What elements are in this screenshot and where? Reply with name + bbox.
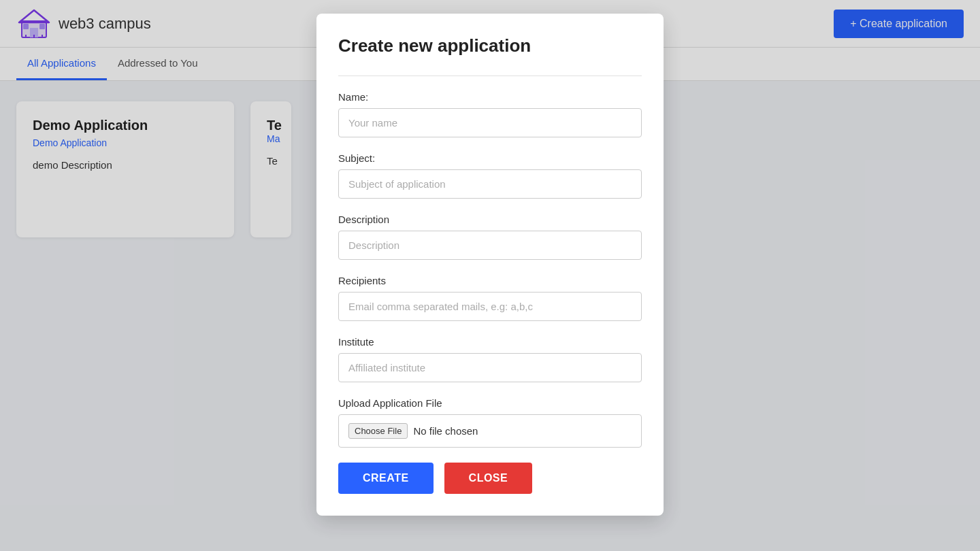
name-input[interactable]	[338, 108, 642, 137]
form-group-recipients: Recipients	[338, 275, 642, 321]
institute-input[interactable]	[338, 353, 642, 382]
form-group-institute: Institute	[338, 336, 642, 382]
form-group-upload: Upload Application File Choose File No f…	[338, 397, 642, 448]
modal-title: Create new application	[338, 35, 642, 56]
file-input-wrapper: Choose File No file chosen	[338, 414, 642, 448]
description-input[interactable]	[338, 231, 642, 260]
modal-create-application: Create new application Name: Subject: De…	[316, 14, 664, 516]
close-button[interactable]: CLOSE	[444, 463, 533, 494]
form-group-description: Description	[338, 214, 642, 260]
recipients-label: Recipients	[338, 275, 642, 286]
modal-divider	[338, 76, 642, 76]
description-label: Description	[338, 214, 642, 225]
subject-input[interactable]	[338, 169, 642, 199]
choose-file-button[interactable]: Choose File	[348, 423, 408, 439]
subject-label: Subject:	[338, 152, 642, 164]
form-group-name: Name:	[338, 91, 642, 137]
recipients-input[interactable]	[338, 292, 642, 321]
modal-overlay: Create new application Name: Subject: De…	[0, 0, 980, 551]
form-group-subject: Subject:	[338, 152, 642, 199]
no-file-text: No file chosen	[413, 425, 478, 437]
modal-actions: CREATE CLOSE	[338, 463, 642, 499]
upload-label: Upload Application File	[338, 397, 642, 409]
create-button[interactable]: CREATE	[338, 463, 434, 494]
name-label: Name:	[338, 91, 642, 103]
institute-label: Institute	[338, 336, 642, 348]
